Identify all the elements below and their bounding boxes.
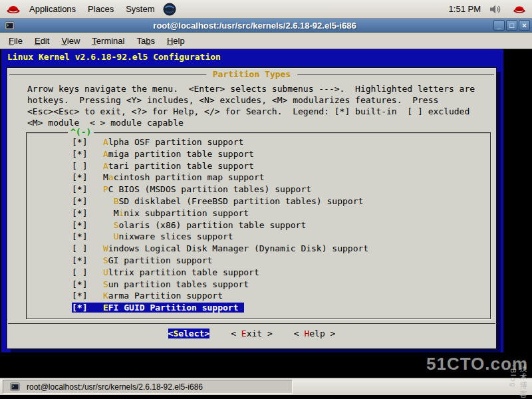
menu-terminal[interactable]: Terminal	[86, 34, 130, 48]
bottom-taskbar: root@localhost:/usr/src/kernels/2.6.18-9…	[0, 378, 532, 395]
watermark-side-text: 技术博客·Blog	[509, 364, 528, 399]
checkbox-state[interactable]: [*]	[72, 291, 87, 301]
checklist-item[interactable]: [ ] Atari partition table support	[27, 160, 490, 172]
checkbox-state[interactable]: [*]	[72, 279, 87, 289]
checkbox-state[interactable]: [*]	[72, 303, 87, 313]
maximize-button[interactable]: □	[506, 20, 517, 31]
applications-menu[interactable]: Applications	[23, 3, 82, 15]
checklist-item[interactable]: [ ] Windows Logical Disk Manager (Dynami…	[27, 243, 490, 255]
instructions-line: Arrow keys navigate the menu. <Enter> se…	[27, 83, 496, 94]
terminal-window: root@localhost:/usr/src/kernels/2.6.18-9…	[0, 19, 532, 378]
hotkey-letter: i	[118, 208, 124, 218]
taskbar-window-button[interactable]: root@localhost:/usr/src/kernels/2.6.18-9…	[3, 380, 293, 394]
hotkey-letter: U	[114, 231, 119, 241]
clock[interactable]: 1:51 PM	[449, 4, 481, 14]
partition-list-box: ^(-) [*] Alpha OSF partition support[*] …	[26, 132, 491, 319]
hotkey-letter: S	[103, 255, 108, 265]
close-button[interactable]: ×	[519, 20, 530, 31]
hotkey-letter: P	[103, 184, 108, 194]
dialog-title-row: Partition Types	[7, 68, 496, 82]
dialog-buttons: <Select>< Exit >< Help >	[7, 329, 496, 338]
window-title: root@localhost:/usr/src/kernels/2.6.18-9…	[17, 21, 492, 31]
hotkey-letter: H	[304, 329, 309, 338]
instructions-line: <M> module < > module capable	[27, 117, 496, 128]
checklist-item[interactable]: [*] PC BIOS (MSDOS partition tables) sup…	[27, 184, 490, 196]
terminal-window-icon[interactable]	[5, 21, 15, 31]
button-help[interactable]: < Help >	[294, 329, 336, 338]
checkbox-state[interactable]: [*]	[72, 231, 87, 241]
checkbox-state[interactable]: [ ]	[72, 267, 87, 277]
checkbox-state[interactable]: [*]	[72, 172, 87, 182]
checkbox-state[interactable]: [*]	[72, 255, 87, 265]
partition-list: [*] Alpha OSF partition support[*] Amiga…	[27, 133, 490, 314]
hotkey-letter: a	[108, 172, 114, 182]
desktop: Applications Places System 1:51 PM	[0, 0, 532, 399]
scroll-up-indicator: ^(-)	[68, 127, 94, 137]
hotkey-letter: A	[103, 161, 108, 171]
hotkey-letter: S	[103, 279, 108, 289]
checklist-item[interactable]: [*] BSD disklabel (FreeBSD partition tab…	[27, 196, 490, 207]
checklist-item[interactable]: [*] Solaris (x86) partition table suppor…	[27, 219, 490, 231]
checkbox-state[interactable]: [*]	[72, 149, 87, 159]
checkbox-state[interactable]: [*]	[72, 196, 87, 206]
top-panel: Applications Places System 1:51 PM	[0, 0, 532, 19]
button-exit[interactable]: < Exit >	[231, 329, 273, 338]
window-titlebar[interactable]: root@localhost:/usr/src/kernels/2.6.18-9…	[0, 19, 532, 33]
redhat-notification-icon[interactable]	[513, 3, 526, 16]
checklist-item[interactable]: [*] Amiga partition table support	[27, 148, 490, 160]
partition-types-dialog: Partition Types Arrow keys navigate the …	[7, 67, 497, 349]
menu-tabs[interactable]: Tabs	[130, 34, 160, 48]
minimize-button[interactable]: _	[493, 20, 505, 31]
redhat-menu-icon[interactable]	[6, 2, 21, 17]
menu-edit[interactable]: Edit	[29, 34, 55, 48]
hotkey-letter: B	[114, 196, 119, 206]
checklist-item[interactable]: [*] Unixware slices support	[27, 231, 490, 243]
checkbox-state[interactable]: [ ]	[72, 161, 87, 171]
instructions-line: <Esc><Esc> to exit, <?> for Help, </> fo…	[27, 106, 496, 117]
checklist-item[interactable]: [ ] Ultrix partition table support	[27, 267, 490, 279]
checklist-item[interactable]: [*] EFI GUID Partition support	[27, 302, 490, 314]
volume-icon[interactable]	[489, 4, 501, 15]
checklist-item[interactable]: [*] Alpha OSF partition support	[27, 136, 490, 148]
instructions-line: hotkeys. Pressing <Y> includes, <N> excl…	[27, 94, 496, 106]
dialog-instructions: Arrow keys navigate the menu. <Enter> se…	[7, 82, 496, 128]
hotkey-letter: S	[114, 220, 119, 230]
menu-view[interactable]: View	[55, 34, 86, 48]
browser-launcher-icon[interactable]	[163, 3, 176, 16]
hotkey-letter: W	[103, 243, 108, 253]
button-select[interactable]: <Select>	[168, 329, 210, 338]
checklist-item[interactable]: [*] Sun partition tables support	[27, 279, 490, 291]
checkbox-state[interactable]: [*]	[72, 208, 87, 218]
menu-help[interactable]: Help	[161, 34, 191, 48]
terminal-screen[interactable]: Linux Kernel v2.6.18-92.el5 Configuratio…	[1, 49, 503, 352]
hotkey-letter: A	[103, 149, 108, 159]
checklist-item[interactable]: [*] SGI partition support	[27, 255, 490, 267]
hotkey-letter: K	[103, 291, 108, 301]
checklist-item[interactable]: [*] Macintosh partition map support	[27, 172, 490, 184]
terminal-content: Linux Kernel v2.6.18-92.el5 Configuratio…	[0, 49, 532, 378]
dialog-title: Partition Types	[206, 69, 297, 79]
checkbox-state[interactable]: [*]	[72, 137, 87, 147]
menu-file[interactable]: File	[3, 34, 29, 48]
places-menu[interactable]: Places	[82, 3, 120, 15]
hotkey-letter: E	[103, 303, 108, 313]
checkbox-state[interactable]: [*]	[72, 184, 87, 194]
checklist-item[interactable]: [*] Karma Partition support	[27, 290, 490, 302]
taskbar-window-label: root@localhost:/usr/src/kernels/2.6.18-9…	[27, 382, 203, 392]
system-menu[interactable]: System	[120, 3, 160, 15]
menuconfig-header: Linux Kernel v2.6.18-92.el5 Configuratio…	[7, 52, 221, 62]
buttons-separator	[8, 323, 495, 324]
checkbox-state[interactable]: [*]	[72, 220, 87, 230]
hotkey-letter: E	[241, 329, 247, 338]
terminal-menubar: FileEditViewTerminalTabsHelp	[0, 33, 532, 49]
hotkey-letter: A	[103, 137, 108, 147]
taskbar-terminal-icon	[10, 382, 20, 392]
hotkey-letter: U	[103, 267, 108, 277]
checklist-item[interactable]: [*] Minix subpartition support	[27, 207, 490, 219]
checkbox-state[interactable]: [ ]	[72, 243, 87, 253]
hotkey-letter: S	[173, 329, 178, 338]
